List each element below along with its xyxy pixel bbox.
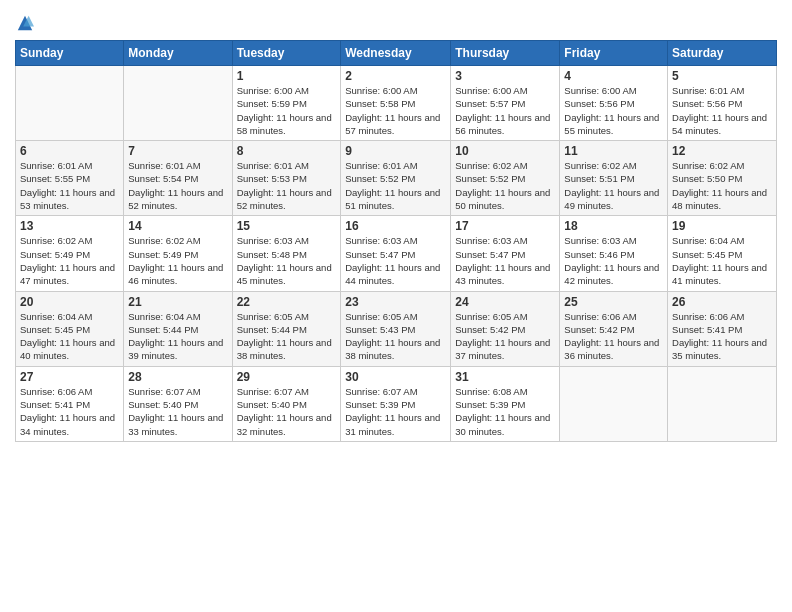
day-info: Sunrise: 6:00 AM Sunset: 5:57 PM Dayligh… [455, 84, 555, 137]
calendar-cell: 10Sunrise: 6:02 AM Sunset: 5:52 PM Dayli… [451, 141, 560, 216]
day-info: Sunrise: 6:08 AM Sunset: 5:39 PM Dayligh… [455, 385, 555, 438]
day-info: Sunrise: 6:06 AM Sunset: 5:42 PM Dayligh… [564, 310, 663, 363]
calendar-cell [16, 66, 124, 141]
day-info: Sunrise: 6:02 AM Sunset: 5:50 PM Dayligh… [672, 159, 772, 212]
day-info: Sunrise: 6:00 AM Sunset: 5:58 PM Dayligh… [345, 84, 446, 137]
day-of-week-header: Sunday [16, 41, 124, 66]
day-number: 29 [237, 370, 337, 384]
day-number: 25 [564, 295, 663, 309]
day-info: Sunrise: 6:07 AM Sunset: 5:40 PM Dayligh… [128, 385, 227, 438]
calendar-cell: 21Sunrise: 6:04 AM Sunset: 5:44 PM Dayli… [124, 291, 232, 366]
day-info: Sunrise: 6:03 AM Sunset: 5:47 PM Dayligh… [345, 234, 446, 287]
calendar-cell: 2Sunrise: 6:00 AM Sunset: 5:58 PM Daylig… [341, 66, 451, 141]
day-info: Sunrise: 6:05 AM Sunset: 5:43 PM Dayligh… [345, 310, 446, 363]
day-info: Sunrise: 6:07 AM Sunset: 5:39 PM Dayligh… [345, 385, 446, 438]
day-number: 9 [345, 144, 446, 158]
calendar-week-row: 20Sunrise: 6:04 AM Sunset: 5:45 PM Dayli… [16, 291, 777, 366]
day-number: 18 [564, 219, 663, 233]
day-of-week-header: Monday [124, 41, 232, 66]
calendar-cell: 8Sunrise: 6:01 AM Sunset: 5:53 PM Daylig… [232, 141, 341, 216]
calendar-cell: 4Sunrise: 6:00 AM Sunset: 5:56 PM Daylig… [560, 66, 668, 141]
calendar-cell: 13Sunrise: 6:02 AM Sunset: 5:49 PM Dayli… [16, 216, 124, 291]
day-info: Sunrise: 6:05 AM Sunset: 5:42 PM Dayligh… [455, 310, 555, 363]
calendar-cell: 6Sunrise: 6:01 AM Sunset: 5:55 PM Daylig… [16, 141, 124, 216]
day-number: 21 [128, 295, 227, 309]
logo [15, 14, 34, 32]
calendar-cell: 18Sunrise: 6:03 AM Sunset: 5:46 PM Dayli… [560, 216, 668, 291]
calendar-cell: 28Sunrise: 6:07 AM Sunset: 5:40 PM Dayli… [124, 366, 232, 441]
calendar-cell: 29Sunrise: 6:07 AM Sunset: 5:40 PM Dayli… [232, 366, 341, 441]
calendar-week-row: 13Sunrise: 6:02 AM Sunset: 5:49 PM Dayli… [16, 216, 777, 291]
day-number: 22 [237, 295, 337, 309]
day-number: 28 [128, 370, 227, 384]
day-number: 11 [564, 144, 663, 158]
day-number: 10 [455, 144, 555, 158]
day-number: 6 [20, 144, 119, 158]
day-number: 1 [237, 69, 337, 83]
day-info: Sunrise: 6:05 AM Sunset: 5:44 PM Dayligh… [237, 310, 337, 363]
day-info: Sunrise: 6:04 AM Sunset: 5:45 PM Dayligh… [20, 310, 119, 363]
day-number: 13 [20, 219, 119, 233]
calendar-cell: 11Sunrise: 6:02 AM Sunset: 5:51 PM Dayli… [560, 141, 668, 216]
day-of-week-header: Friday [560, 41, 668, 66]
day-info: Sunrise: 6:04 AM Sunset: 5:44 PM Dayligh… [128, 310, 227, 363]
day-number: 8 [237, 144, 337, 158]
page: SundayMondayTuesdayWednesdayThursdayFrid… [0, 0, 792, 612]
day-of-week-header: Wednesday [341, 41, 451, 66]
calendar-cell: 16Sunrise: 6:03 AM Sunset: 5:47 PM Dayli… [341, 216, 451, 291]
day-info: Sunrise: 6:06 AM Sunset: 5:41 PM Dayligh… [20, 385, 119, 438]
calendar-cell: 3Sunrise: 6:00 AM Sunset: 5:57 PM Daylig… [451, 66, 560, 141]
calendar-week-row: 27Sunrise: 6:06 AM Sunset: 5:41 PM Dayli… [16, 366, 777, 441]
calendar-cell [124, 66, 232, 141]
calendar-cell: 9Sunrise: 6:01 AM Sunset: 5:52 PM Daylig… [341, 141, 451, 216]
day-info: Sunrise: 6:01 AM Sunset: 5:56 PM Dayligh… [672, 84, 772, 137]
calendar-cell: 19Sunrise: 6:04 AM Sunset: 5:45 PM Dayli… [668, 216, 777, 291]
day-number: 5 [672, 69, 772, 83]
day-info: Sunrise: 6:00 AM Sunset: 5:56 PM Dayligh… [564, 84, 663, 137]
day-number: 16 [345, 219, 446, 233]
day-number: 14 [128, 219, 227, 233]
day-number: 4 [564, 69, 663, 83]
calendar-cell: 31Sunrise: 6:08 AM Sunset: 5:39 PM Dayli… [451, 366, 560, 441]
day-number: 2 [345, 69, 446, 83]
calendar-header-row: SundayMondayTuesdayWednesdayThursdayFrid… [16, 41, 777, 66]
day-info: Sunrise: 6:04 AM Sunset: 5:45 PM Dayligh… [672, 234, 772, 287]
day-number: 20 [20, 295, 119, 309]
logo-icon [16, 14, 34, 32]
day-number: 3 [455, 69, 555, 83]
calendar-cell: 20Sunrise: 6:04 AM Sunset: 5:45 PM Dayli… [16, 291, 124, 366]
day-number: 23 [345, 295, 446, 309]
day-info: Sunrise: 6:02 AM Sunset: 5:49 PM Dayligh… [20, 234, 119, 287]
calendar-cell [668, 366, 777, 441]
calendar-cell: 27Sunrise: 6:06 AM Sunset: 5:41 PM Dayli… [16, 366, 124, 441]
day-info: Sunrise: 6:02 AM Sunset: 5:49 PM Dayligh… [128, 234, 227, 287]
day-info: Sunrise: 6:01 AM Sunset: 5:53 PM Dayligh… [237, 159, 337, 212]
day-number: 24 [455, 295, 555, 309]
day-info: Sunrise: 6:03 AM Sunset: 5:48 PM Dayligh… [237, 234, 337, 287]
day-info: Sunrise: 6:01 AM Sunset: 5:55 PM Dayligh… [20, 159, 119, 212]
calendar-cell [560, 366, 668, 441]
day-info: Sunrise: 6:02 AM Sunset: 5:52 PM Dayligh… [455, 159, 555, 212]
day-info: Sunrise: 6:06 AM Sunset: 5:41 PM Dayligh… [672, 310, 772, 363]
calendar-cell: 1Sunrise: 6:00 AM Sunset: 5:59 PM Daylig… [232, 66, 341, 141]
day-number: 19 [672, 219, 772, 233]
day-number: 7 [128, 144, 227, 158]
calendar-cell: 25Sunrise: 6:06 AM Sunset: 5:42 PM Dayli… [560, 291, 668, 366]
calendar-cell: 15Sunrise: 6:03 AM Sunset: 5:48 PM Dayli… [232, 216, 341, 291]
calendar-cell: 12Sunrise: 6:02 AM Sunset: 5:50 PM Dayli… [668, 141, 777, 216]
day-number: 31 [455, 370, 555, 384]
day-of-week-header: Thursday [451, 41, 560, 66]
day-number: 15 [237, 219, 337, 233]
calendar-cell: 24Sunrise: 6:05 AM Sunset: 5:42 PM Dayli… [451, 291, 560, 366]
day-number: 26 [672, 295, 772, 309]
day-number: 30 [345, 370, 446, 384]
calendar-cell: 23Sunrise: 6:05 AM Sunset: 5:43 PM Dayli… [341, 291, 451, 366]
calendar-table: SundayMondayTuesdayWednesdayThursdayFrid… [15, 40, 777, 442]
calendar-week-row: 1Sunrise: 6:00 AM Sunset: 5:59 PM Daylig… [16, 66, 777, 141]
calendar-cell: 5Sunrise: 6:01 AM Sunset: 5:56 PM Daylig… [668, 66, 777, 141]
calendar-cell: 26Sunrise: 6:06 AM Sunset: 5:41 PM Dayli… [668, 291, 777, 366]
day-number: 12 [672, 144, 772, 158]
day-info: Sunrise: 6:07 AM Sunset: 5:40 PM Dayligh… [237, 385, 337, 438]
day-of-week-header: Tuesday [232, 41, 341, 66]
day-number: 17 [455, 219, 555, 233]
